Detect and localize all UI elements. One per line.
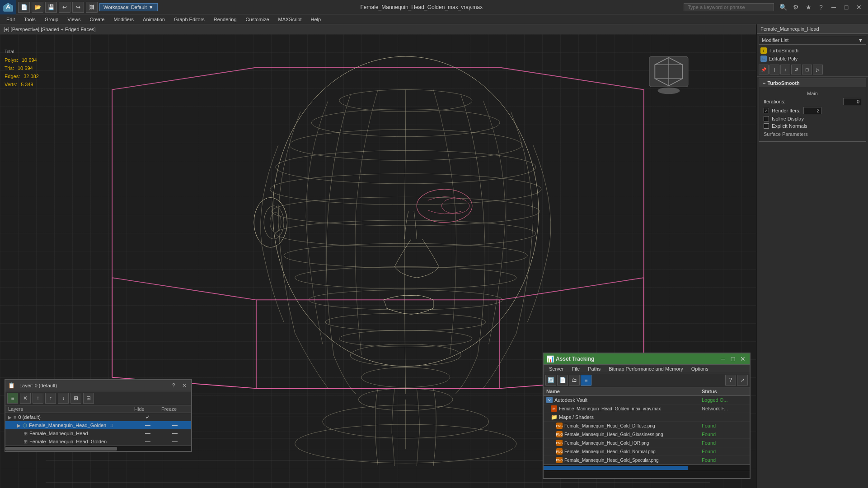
modifier-editable-poly[interactable]: E Editable Poly [757, 55, 868, 63]
modifier-list-dropdown[interactable]: Modifier List ▼ [759, 36, 866, 45]
ts-section-header[interactable]: − TurboSmooth [759, 79, 866, 87]
right-object-name: Female_Mannequin_Head [757, 24, 868, 34]
layers-extra-btn1[interactable]: ⊞ [70, 393, 81, 404]
menu-graph-editors[interactable]: Graph Editors [169, 16, 209, 23]
modifier-turbosmooth[interactable]: T TurboSmooth [757, 46, 868, 55]
verts-value: 5 349 [21, 80, 33, 88]
layer-row[interactable]: ⊞ Female_Mannequin_Head — — [5, 429, 191, 437]
asset-menu-options[interactable]: Options [688, 366, 712, 372]
panel-btn-select[interactable]: | [769, 65, 779, 74]
asset-close-btn[interactable]: ✕ [739, 355, 747, 363]
layer-row[interactable]: ▶ ⬡ Female_Mannequin_Head_Golden □ — — [5, 421, 191, 429]
help-icon[interactable]: ? [816, 3, 826, 12]
iterations-input[interactable] [843, 98, 861, 105]
panel-btn-scale[interactable]: ⊡ [802, 65, 812, 74]
asset-row[interactable]: PNG Female_Mannequin_Head_Gold_Normal.pn… [544, 447, 750, 456]
settings-icon[interactable]: ⚙ [790, 3, 801, 12]
layer-expand-icon2: ▶ [17, 423, 21, 428]
asset-tb-extra[interactable]: ↗ [737, 375, 748, 386]
asset-menu-file[interactable]: File [568, 366, 583, 372]
layers-delete-btn[interactable]: ✕ [20, 393, 31, 404]
asset-row[interactable]: PNG Female_Mannequin_Head_Gold_Specular.… [544, 456, 750, 465]
layers-titlebar[interactable]: 📋 Layer: 0 (default) ? ✕ [5, 380, 191, 391]
modifier-turbosmooth-label: TurboSmooth [769, 48, 798, 53]
menu-help[interactable]: Help [306, 16, 326, 23]
asset-menu-bitmap[interactable]: Bitmap Performance and Memory [605, 366, 686, 372]
layer-row[interactable]: ▶ ≡ 0 (default) ✓ [5, 413, 191, 421]
new-file-btn[interactable]: 📄 [18, 2, 30, 13]
asset-max-icon: M [551, 405, 557, 412]
panel-toolbar: 📌 | ↕ ↺ ⊡ ▷ [757, 63, 868, 77]
menu-modifiers[interactable]: Modifiers [109, 16, 138, 23]
layer-name: ▶ ≡ 0 (default) [8, 414, 134, 420]
asset-menubar: Server File Paths Bitmap Performance and… [544, 365, 750, 373]
asset-tb-btn4[interactable]: ≡ [581, 375, 591, 386]
menu-maxscript[interactable]: MAXScript [274, 16, 306, 23]
layers-scrollbar-thumb[interactable] [5, 447, 117, 451]
asset-tb-btn3[interactable]: 🗂 [569, 375, 580, 386]
redo-btn[interactable]: ↪ [72, 2, 84, 13]
asset-titlebar[interactable]: 📊 Asset Tracking ─ □ ✕ [544, 353, 750, 365]
panel-btn-pin[interactable]: 📌 [759, 65, 769, 74]
panel-btn-move[interactable]: ↕ [780, 65, 790, 74]
asset-menu-server[interactable]: Server [545, 366, 567, 372]
workspace-selector[interactable]: Workspace: Default ▼ [99, 3, 158, 11]
menu-views[interactable]: Views [63, 16, 85, 23]
render-iters-input[interactable] [803, 107, 821, 114]
menu-rendering[interactable]: Rendering [209, 16, 241, 23]
panel-btn-more[interactable]: ▷ [813, 65, 823, 74]
menu-create[interactable]: Create [85, 16, 109, 23]
minimize-btn[interactable]: ─ [828, 3, 839, 12]
menu-group[interactable]: Group [40, 16, 63, 23]
layers-all-btn[interactable]: ≡ [7, 393, 18, 404]
asset-row[interactable]: M Female_Mannequin_Head_Golden_max_vray.… [544, 404, 750, 413]
isoline-checkbox[interactable] [764, 116, 769, 121]
asset-toolbar: 🔄 📄 🗂 ≡ ? ↗ [544, 373, 750, 387]
iterations-row: Iterations: [762, 97, 863, 106]
asset-menu-paths[interactable]: Paths [584, 366, 604, 372]
undo-btn[interactable]: ↩ [59, 2, 70, 13]
layer-row[interactable]: ⊞ Female_Mannequin_Head_Golden — — [5, 437, 191, 446]
asset-row[interactable]: PNG Female_Mannequin_Head_Gold_Diffuse.p… [544, 422, 750, 430]
svg-point-12 [276, 220, 536, 247]
menu-animation[interactable]: Animation [138, 16, 169, 23]
open-file-btn[interactable]: 📂 [32, 2, 43, 13]
view-btn[interactable]: 🖼 [86, 2, 98, 13]
menu-customize[interactable]: Customize [241, 16, 274, 23]
search-icon[interactable]: 🔍 [778, 3, 788, 12]
surface-params-label: Surface Parameters [762, 130, 863, 139]
star-icon[interactable]: ★ [803, 3, 814, 12]
explicit-normals-checkbox[interactable] [764, 123, 769, 129]
save-file-btn[interactable]: 💾 [45, 2, 57, 13]
asset-maps-icon: 📁 [551, 414, 557, 420]
asset-tb-btn2[interactable]: 📄 [557, 375, 568, 386]
asset-col-name: Name [546, 389, 702, 394]
layers-help-btn[interactable]: ? [169, 381, 178, 390]
asset-name: M Female_Mannequin_Head_Golden_max_vray.… [551, 405, 702, 412]
asset-row[interactable]: PNG Female_Mannequin_Head_Gold_Glossines… [544, 430, 750, 439]
layers-add-btn[interactable]: + [33, 393, 43, 404]
layers-move-btn[interactable]: ↑ [45, 393, 56, 404]
search-input[interactable] [684, 3, 774, 11]
asset-row[interactable]: V Autodesk Vault Logged O... [544, 396, 750, 404]
menu-tools[interactable]: Tools [19, 16, 40, 23]
maximize-btn[interactable]: □ [841, 3, 852, 12]
asset-row[interactable]: PNG Female_Mannequin_Head_Gold_IOR.png F… [544, 439, 750, 447]
close-btn[interactable]: ✕ [854, 3, 864, 12]
asset-minimize-btn[interactable]: ─ [719, 355, 727, 363]
layers-close-btn[interactable]: ✕ [180, 381, 188, 390]
asset-tb-btn1[interactable]: 🔄 [545, 375, 556, 386]
layers-col-name: Layers [8, 406, 134, 412]
svg-point-18 [350, 344, 461, 366]
asset-maximize-btn[interactable]: □ [729, 355, 737, 363]
asset-row[interactable]: 📁 Maps / Shaders [544, 413, 750, 422]
isoline-label: Isoline Display [772, 116, 804, 121]
layers-extra-btn2[interactable]: ⊟ [83, 393, 94, 404]
layers-scrollbar[interactable] [5, 446, 191, 451]
layers-down-btn[interactable]: ↓ [58, 393, 69, 404]
menu-edit[interactable]: Edit [2, 16, 19, 23]
render-iters-checkbox[interactable] [764, 108, 769, 113]
asset-tb-help[interactable]: ? [725, 375, 736, 386]
tris-label: Tris: [5, 64, 14, 72]
panel-btn-rotate[interactable]: ↺ [791, 65, 801, 74]
